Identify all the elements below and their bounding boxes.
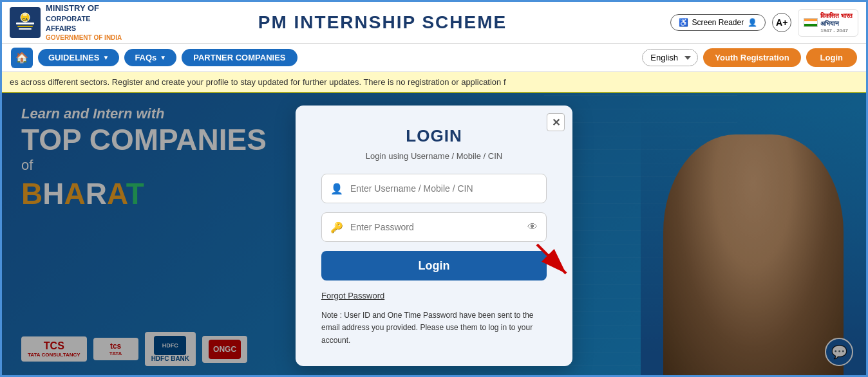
username-input[interactable] (321, 174, 547, 203)
guidelines-chevron-icon: ▼ (102, 54, 109, 61)
person-icon: 👤 (748, 18, 757, 27)
language-selector[interactable]: English हिन्दी (642, 49, 698, 66)
nav-bar: 🏠 GUIDELINES ▼ FAQs ▼ PARTNER COMPANIES … (2, 44, 866, 72)
screen-reader-button[interactable]: ♿ Screen Reader 👤 (670, 14, 766, 31)
login-nav-button[interactable]: Login (806, 48, 857, 67)
modal-overlay: ✕ LOGIN Login using Username / Mobile / … (2, 93, 866, 377)
svg-line-8 (537, 244, 566, 273)
faqs-button[interactable]: FAQs ▼ (124, 49, 176, 66)
username-input-wrapper: 👤 (321, 174, 547, 203)
marquee-banner: es across different sectors. Register an… (2, 72, 866, 93)
header-right: ♿ Screen Reader 👤 A+ विकसित भारत अभियान … (639, 9, 858, 37)
svg-rect-4 (19, 28, 32, 30)
forgot-password-link[interactable]: Forgot Password (321, 291, 547, 300)
header: M CA MINISTRY OF CORPORATE AFFAIRS GOVER… (2, 2, 866, 44)
login-submit-button[interactable]: Login (321, 251, 547, 280)
svg-rect-2 (16, 23, 34, 24)
svg-rect-3 (17, 26, 33, 27)
password-input-wrapper: 🔑 👁 (321, 212, 547, 242)
toggle-password-visibility-button[interactable]: 👁 (527, 221, 538, 233)
guidelines-button[interactable]: GUIDELINES ▼ (38, 49, 119, 66)
youth-registration-button[interactable]: Youth Registration (703, 48, 800, 67)
key-icon: 🔑 (330, 221, 343, 234)
home-button[interactable]: 🏠 (11, 48, 33, 68)
faqs-chevron-icon: ▼ (160, 54, 166, 61)
page-title: PM INTERNSHIP SCHEME (126, 12, 639, 33)
login-modal: ✕ LOGIN Login using Username / Mobile / … (296, 106, 572, 366)
svg-text:M: M (23, 12, 27, 17)
viksit-bharat-badge: विकसित भारत अभियान 1947 - 2047 (798, 9, 858, 37)
logo-area: M CA MINISTRY OF CORPORATE AFFAIRS GOVER… (10, 3, 126, 43)
modal-close-button[interactable]: ✕ (547, 113, 565, 131)
main-content: Learn and Intern with TOP COMPANIES of B… (2, 93, 866, 377)
modal-title: LOGIN (321, 126, 547, 146)
partner-companies-button[interactable]: PARTNER COMPANIES (182, 49, 297, 66)
modal-note: Note : User ID and One Time Password hav… (321, 309, 547, 347)
password-input[interactable] (321, 212, 547, 242)
modal-subtitle: Login using Username / Mobile / CIN (321, 151, 547, 161)
user-icon: 👤 (330, 183, 343, 195)
ministry-emblem: M CA (10, 7, 41, 38)
svg-text:CA: CA (23, 17, 28, 21)
india-flag-icon (804, 18, 818, 27)
red-arrow-icon (531, 238, 582, 290)
accessibility-icon: ♿ (679, 18, 688, 27)
logo-text: MINISTRY OF CORPORATE AFFAIRS GOVERNMENT… (46, 3, 122, 43)
font-size-button[interactable]: A+ (772, 13, 791, 32)
